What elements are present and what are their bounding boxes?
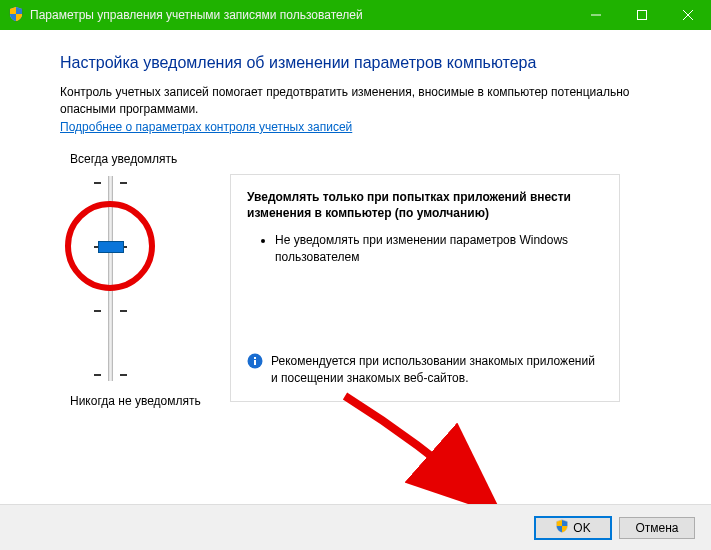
slider-label-always: Всегда уведомлять: [60, 152, 230, 166]
svg-rect-6: [254, 357, 256, 359]
window-controls: [573, 0, 711, 30]
ok-button-label: OK: [573, 521, 590, 535]
level-recommendation: Рекомендуется при использовании знакомых…: [247, 353, 603, 387]
page-description: Контроль учетных записей помогает предот…: [60, 84, 651, 118]
slider-tick: [120, 182, 127, 184]
cancel-button[interactable]: Отмена: [619, 517, 695, 539]
titlebar: Параметры управления учетными записями п…: [0, 0, 711, 30]
slider-track: [108, 176, 113, 381]
content-area: Настройка уведомления об изменении парам…: [0, 30, 711, 408]
info-icon: [247, 353, 263, 369]
level-recommendation-text: Рекомендуется при использовании знакомых…: [271, 353, 603, 387]
slider-tick: [120, 374, 127, 376]
slider-tick: [94, 182, 101, 184]
level-info-list: Не уведомлять при изменении параметров W…: [247, 232, 603, 270]
uac-shield-icon: [555, 519, 569, 536]
slider-tick: [120, 310, 127, 312]
minimize-button[interactable]: [573, 0, 619, 30]
uac-slider[interactable]: [60, 176, 230, 386]
close-button[interactable]: [665, 0, 711, 30]
learn-more-link[interactable]: Подробнее о параметрах контроля учетных …: [60, 120, 352, 134]
level-info-bullet: Не уведомлять при изменении параметров W…: [275, 232, 603, 266]
window-title: Параметры управления учетными записями п…: [30, 8, 573, 22]
button-bar: OK Отмена: [0, 504, 711, 550]
svg-rect-1: [638, 11, 647, 20]
page-heading: Настройка уведомления об изменении парам…: [60, 54, 651, 72]
slider-tick: [94, 310, 101, 312]
cancel-button-label: Отмена: [635, 521, 678, 535]
slider-label-never: Никогда не уведомлять: [60, 394, 230, 408]
slider-tick: [94, 374, 101, 376]
uac-shield-icon: [8, 6, 24, 25]
maximize-button[interactable]: [619, 0, 665, 30]
slider-thumb[interactable]: [98, 241, 124, 253]
svg-rect-5: [254, 360, 256, 365]
level-info-title: Уведомлять только при попытках приложени…: [247, 189, 603, 223]
level-info-panel: Уведомлять только при попытках приложени…: [230, 174, 620, 402]
ok-button[interactable]: OK: [535, 517, 611, 539]
